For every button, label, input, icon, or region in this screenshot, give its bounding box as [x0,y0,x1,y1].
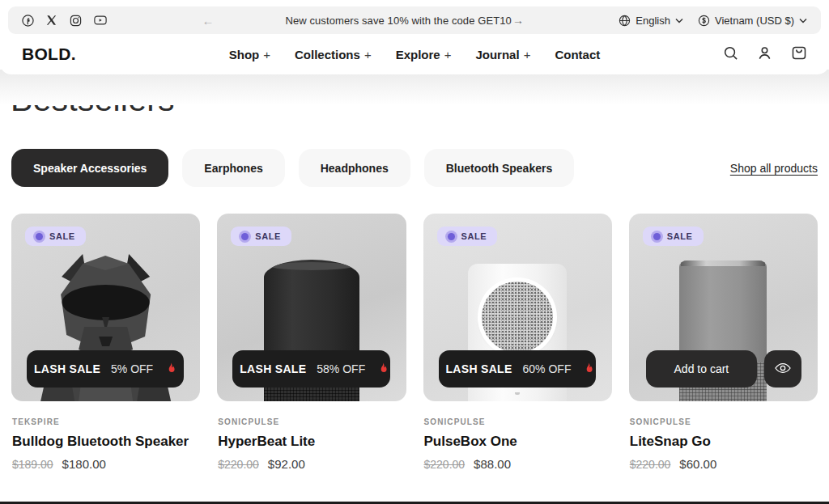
shop-all-products-link[interactable]: Shop all products [730,162,818,175]
eye-icon [775,362,791,376]
flash-sale-text: LASH SALE [446,362,512,375]
product-card[interactable]: SALE LASH SALE 60% OFF FLASH S [423,214,612,471]
site-header: BOLD. Shop+ Collections+ Explore+ Journa… [0,34,829,74]
product-price: $88.00 [474,457,511,471]
youtube-icon[interactable] [94,15,107,26]
plus-icon: + [263,48,270,61]
announcement-bar: ← New customers save 10% with the code G… [8,6,821,34]
product-image-dark-speaker[interactable]: SALE LASH SALE 58% OFF FLASH S [217,214,406,401]
product-brand: SONICPULSE [630,417,816,426]
plus-icon: + [364,48,372,61]
flame-icon [583,362,594,375]
product-price: $180.00 [62,457,106,471]
plus-icon: + [524,48,531,61]
product-title[interactable]: LiteSnap Go [630,434,816,450]
filter-pill-earphones[interactable]: Earphones [182,149,284,187]
product-old-price: $189.00 [12,458,53,471]
product-image-gray-speaker[interactable]: SALE Add to cart [629,214,818,401]
facebook-icon[interactable] [22,15,34,27]
product-image-bulldog-speaker[interactable]: SALE LASH SALE 5% OFF [11,214,200,401]
product-title[interactable]: Bulldog Bluetooth Speaker [12,434,198,450]
sale-dot-icon [241,233,249,240]
social-links [22,15,107,27]
sale-badge-label: SALE [461,231,487,241]
filter-pill-bluetooth-speakers[interactable]: Bluetooth Speakers [424,149,574,187]
nav-item-shop[interactable]: Shop+ [229,48,270,61]
filter-pill-headphones[interactable]: Headphones [299,149,410,187]
product-grid: SALE LASH SALE 5% OFF [11,214,818,471]
filter-bar: Speaker Accessories Earphones Headphones… [11,149,818,187]
filter-pill-speaker-accessories[interactable]: Speaker Accessories [11,149,168,187]
account-icon[interactable] [757,45,772,64]
plus-icon: + [444,48,452,61]
sale-badge: SALE [643,227,704,246]
flash-discount: 60% OFF [523,362,572,375]
product-title[interactable]: HyperBeat Lite [218,434,404,450]
language-label: English [636,15,670,27]
header-fade [0,70,829,105]
sale-badge: SALE [231,227,291,246]
site-logo[interactable]: BOLD. [22,44,76,64]
search-icon[interactable] [723,45,738,64]
nav-item-journal[interactable]: Journal+ [475,48,530,61]
product-brand: SONICPULSE [424,417,610,426]
nav-item-contact[interactable]: Contact [555,48,600,61]
sale-badge-label: SALE [255,231,281,241]
product-image-white-speaker[interactable]: SALE LASH SALE 60% OFF FLASH S [423,214,612,401]
flash-sale-text: LASH SALE [240,362,306,375]
currency-icon [698,15,710,27]
quick-view-button[interactable] [764,350,801,388]
product-title[interactable]: PulseBox One [424,434,610,450]
sale-dot-icon [448,233,455,240]
product-brand: SONICPULSE [218,417,404,426]
product-price: $60.00 [679,457,716,471]
sale-dot-icon [36,233,43,240]
product-card[interactable]: SALE Add to cart SONICPULSE Li [629,214,818,471]
x-icon[interactable] [46,15,57,26]
product-old-price: $220.00 [630,458,671,471]
sale-dot-icon [653,233,661,240]
product-brand: TEKSPIRE [12,417,198,426]
region-label: Vietnam (USD $) [715,15,794,27]
instagram-icon[interactable] [70,15,82,27]
flash-discount: 5% OFF [111,362,153,375]
flash-sale-marquee: LASH SALE 58% OFF FLASH S [232,350,389,388]
chevron-down-icon [799,18,807,23]
main-nav: Shop+ Collections+ Explore+ Journal+ Con… [0,48,829,61]
language-selector[interactable]: English [619,15,683,27]
sale-badge: SALE [25,227,86,246]
region-currency-selector[interactable]: Vietnam (USD $) [698,15,807,27]
product-old-price: $220.00 [218,458,259,471]
add-to-cart-button[interactable]: Add to cart [646,350,757,388]
product-price: $92.00 [268,457,305,471]
product-card[interactable]: SALE LASH SALE 5% OFF [11,214,200,471]
nav-item-collections[interactable]: Collections+ [295,48,372,61]
product-card[interactable]: SALE LASH SALE 58% OFF FLASH S SONICPULS… [217,214,406,471]
announcement-prev-arrow[interactable]: ← [202,14,214,28]
flash-discount: 58% OFF [317,362,365,375]
product-old-price: $220.00 [424,458,466,471]
flash-sale-text: LASH SALE [34,362,100,375]
flame-icon [377,362,389,375]
globe-icon [619,15,631,27]
sale-badge-label: SALE [49,231,75,241]
announcement-message: New customers save 10% with the code GET… [285,15,512,27]
sale-badge-label: SALE [667,231,693,241]
nav-item-explore[interactable]: Explore+ [396,48,452,61]
sale-badge: SALE [437,227,498,246]
flash-sale-marquee: LASH SALE 60% OFF FLASH S [439,350,596,388]
flash-sale-marquee: LASH SALE 5% OFF FLASH SA [27,350,184,388]
cart-icon[interactable] [791,44,807,64]
announcement-next-arrow[interactable]: → [512,14,524,27]
flame-icon [165,362,176,375]
chevron-down-icon [675,18,683,23]
